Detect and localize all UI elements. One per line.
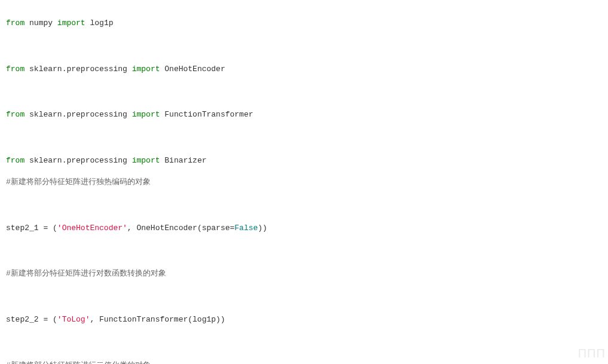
module-name: numpy [29, 19, 53, 27]
import-name: log1p [90, 19, 113, 27]
comment-line: #新建将部分特征矩阵进行独热编码的对象 [6, 177, 602, 188]
keyword-from: from [6, 110, 25, 119]
keyword-import: import [57, 19, 85, 27]
code-line: from sklearn.preprocessing import OneHot… [6, 64, 602, 75]
module-name: sklearn.preprocessing [29, 156, 127, 165]
code-line: from numpy import log1p [6, 18, 602, 29]
module-name: sklearn.preprocessing [29, 110, 127, 119]
comment-line: #新建将部分特征矩阵进行对数函数转换的对象 [6, 268, 602, 279]
module-name: sklearn.preprocessing [29, 65, 127, 74]
code-block: from numpy import log1p from sklearn.pre… [6, 7, 602, 364]
code-line: from sklearn.preprocessing import Binari… [6, 155, 602, 166]
code-line: step2_2 = ('ToLog', FunctionTransformer(… [6, 314, 602, 325]
keyword-import: import [132, 156, 160, 165]
keyword-from: from [6, 19, 25, 27]
import-name: OneHotEncoder [164, 65, 225, 74]
code-line: step2_1 = ('OneHotEncoder', OneHotEncode… [6, 223, 602, 234]
string-literal: 'OneHotEncoder' [57, 224, 127, 233]
import-name: Binarizer [164, 156, 206, 165]
comment-line: #新建将部分特征矩阵进行二值化类的对象 [6, 360, 602, 365]
keyword-from: from [6, 65, 25, 74]
keyword-import: import [132, 110, 160, 119]
bool-literal: False [234, 224, 258, 233]
string-literal: 'ToLog' [57, 315, 90, 324]
import-name: FunctionTransformer [164, 110, 253, 119]
keyword-import: import [132, 65, 160, 74]
watermark-icon: ΠΠΠ [578, 345, 606, 362]
keyword-from: from [6, 156, 25, 165]
code-line: from sklearn.preprocessing import Functi… [6, 109, 602, 120]
